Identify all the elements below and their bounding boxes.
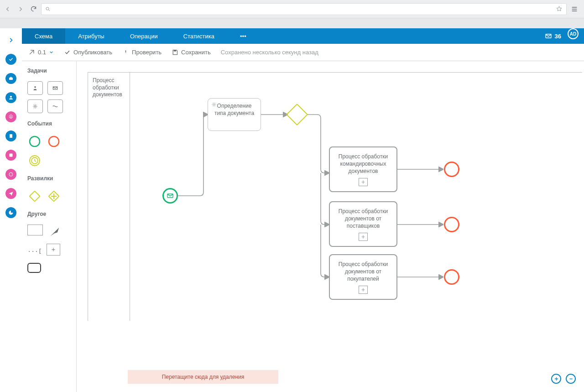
svg-rect-9	[174, 50, 176, 52]
rail-user-icon[interactable]	[5, 92, 16, 103]
canvas[interactable]: Процесс обработки документов	[88, 72, 582, 321]
tab-label: Схема	[35, 33, 52, 40]
star-icon[interactable]	[556, 5, 563, 12]
tab-more[interactable]: •••	[227, 28, 259, 44]
palette-group-other: Другое	[27, 211, 71, 217]
rail-gauge-icon[interactable]	[5, 169, 16, 180]
tab-attributes[interactable]: Атрибуты	[65, 28, 117, 44]
tab-statistics[interactable]: Статистика	[171, 28, 227, 44]
browser-chrome	[0, 0, 584, 18]
branch-icon	[28, 49, 35, 56]
hamburger-icon[interactable]	[569, 4, 579, 14]
palette-group-events: События	[27, 120, 71, 127]
rail-puzzle-icon[interactable]	[5, 150, 16, 161]
canvas-wrap[interactable]: Процесс обработки документов	[77, 61, 584, 392]
svg-point-3	[10, 96, 12, 98]
back-icon[interactable]	[3, 4, 13, 14]
version-label: 0.1	[38, 49, 46, 56]
palette-group-tasks: Задачи	[27, 68, 71, 74]
shape-end-event[interactable]	[47, 134, 61, 149]
shape-subprocess[interactable]: ＋	[47, 244, 60, 256]
rail-gear-icon[interactable]	[5, 111, 16, 122]
shape-exclusive-gateway[interactable]	[27, 189, 42, 204]
subprocess-label: Процесс обработки документов от покупате…	[334, 261, 392, 283]
end-event-1[interactable]	[444, 162, 459, 177]
rail-collapse-icon[interactable]	[5, 35, 16, 46]
reload-icon[interactable]	[28, 4, 38, 14]
rail-doc-icon[interactable]	[5, 131, 16, 141]
url-bar[interactable]	[41, 3, 567, 15]
shape-timer-event[interactable]	[27, 153, 42, 168]
avatar-text: AD	[570, 31, 576, 37]
version-switcher[interactable]: 0.1	[28, 49, 54, 56]
check-icon	[64, 49, 71, 56]
tab-operations[interactable]: Операции	[117, 28, 171, 44]
forward-icon[interactable]	[16, 4, 26, 14]
subprocess-marker-icon	[359, 233, 368, 241]
main: Схема Атрибуты Операции Статистика ••• 3…	[22, 28, 584, 392]
svg-point-0	[46, 7, 49, 10]
exclaim-icon	[122, 49, 129, 56]
svg-rect-6	[10, 154, 13, 157]
rail-pie-icon[interactable]	[5, 207, 16, 218]
delete-zone-label: Перетащите сюда для удаления	[162, 374, 245, 380]
start-event[interactable]	[162, 188, 178, 204]
shape-service-task[interactable]	[27, 99, 43, 113]
stage: Схема Атрибуты Операции Статистика ••• 3…	[0, 18, 584, 392]
shape-parallel-gateway[interactable]	[47, 189, 61, 204]
publish-label: Опубликовать	[73, 49, 112, 56]
zoom-out-button[interactable]: －	[566, 374, 576, 384]
save-label: Сохранить	[181, 49, 211, 56]
end-event-2[interactable]	[444, 217, 459, 232]
svg-point-20	[213, 104, 215, 105]
rail-check-icon[interactable]	[5, 54, 16, 65]
check-button[interactable]: Проверить	[122, 49, 162, 56]
rail-send-icon[interactable]	[5, 188, 16, 199]
shape-user-task[interactable]	[27, 81, 43, 95]
svg-point-10	[34, 86, 36, 88]
shape-send-task[interactable]	[47, 81, 63, 95]
zoom-in-button[interactable]: ＋	[551, 374, 561, 384]
subprocess-label: Процесс обработки командировочных докуме…	[334, 153, 392, 175]
mail-indicator[interactable]: 36	[538, 28, 568, 44]
end-event-3[interactable]	[444, 269, 459, 285]
svg-point-13	[30, 136, 40, 146]
gateway[interactable]	[289, 107, 305, 122]
save-button[interactable]: Сохранить	[172, 49, 211, 56]
subprocess-marker-icon	[359, 286, 368, 294]
palette: Задачи События Развилки	[22, 61, 77, 392]
zoom-controls: ＋ －	[551, 374, 576, 384]
palette-group-gateways: Развилки	[27, 175, 71, 182]
save-status: Сохранено несколько секунд назад	[221, 49, 318, 56]
svg-rect-5	[10, 134, 12, 138]
body: Задачи События Развилки	[22, 61, 584, 392]
shape-start-event[interactable]	[27, 134, 42, 149]
tab-label: Атрибуты	[78, 33, 104, 40]
tab-label: Операции	[130, 33, 158, 40]
subprocess-buyers[interactable]: Процесс обработки документов от покупате…	[329, 254, 397, 300]
svg-point-12	[34, 105, 36, 107]
shape-connector[interactable]	[47, 225, 62, 239]
shape-script-task[interactable]	[47, 99, 63, 113]
avatar[interactable]: AD	[568, 28, 579, 39]
search-icon	[45, 6, 51, 12]
svg-point-14	[49, 136, 59, 146]
lane-label[interactable]: Процесс обработки документов	[88, 73, 130, 321]
tab-label: Статистика	[183, 33, 214, 40]
task-define-type[interactable]: Определение типа документа	[208, 98, 261, 131]
svg-rect-1	[9, 78, 13, 80]
shape-annotation-box[interactable]	[27, 225, 43, 235]
subprocess-suppliers[interactable]: Процесс обработки документов от поставщи…	[329, 201, 397, 247]
subprocess-travel[interactable]: Процесс обработки командировочных докуме…	[329, 146, 397, 192]
shape-rounded-rect[interactable]	[27, 263, 41, 273]
task-label: Определение типа документа	[214, 103, 254, 116]
delete-zone[interactable]: Перетащите сюда для удаления	[128, 370, 278, 384]
save-icon	[172, 49, 178, 56]
toolbar: 0.1 Опубликовать Проверить Сохранить Сох…	[22, 44, 584, 61]
check-label: Проверить	[132, 49, 162, 56]
tab-schema[interactable]: Схема	[22, 28, 65, 44]
url-input[interactable]	[53, 5, 553, 13]
shape-annotation[interactable]: ···[	[27, 244, 42, 258]
rail-briefcase-icon[interactable]	[5, 73, 16, 84]
publish-button[interactable]: Опубликовать	[64, 49, 112, 56]
